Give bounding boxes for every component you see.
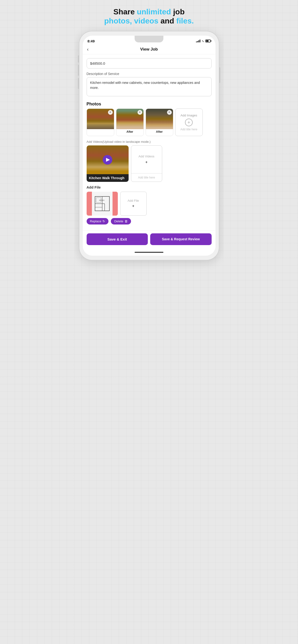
photos-scroll: ✕ After ✕ After ✕ Add Images + Add title… [83, 108, 215, 139]
photo-caption-2: After [116, 129, 143, 134]
add-image-button[interactable]: Add Images + Add title here [175, 108, 203, 136]
status-time: 8:49 [88, 39, 95, 43]
side-button-volume-up [78, 65, 79, 76]
wifi-icon: ∿ [202, 39, 204, 43]
headline: Share unlimited job photos, videos and f… [104, 7, 194, 26]
headline-text: Share unlimited job photos, videos and f… [104, 8, 194, 25]
phone-notch [135, 36, 163, 42]
delete-icon: 🗑 [124, 220, 128, 223]
photos-section-title: Photos [83, 99, 215, 108]
photo-item: After ✕ [146, 108, 173, 136]
video-thumbnail [87, 146, 129, 174]
save-exit-button[interactable]: Save & Exit [87, 233, 148, 245]
add-videos-label: Add Videos [138, 154, 154, 158]
delete-button[interactable]: Delete 🗑 [111, 218, 131, 224]
add-videos-subtitle: Add title here [131, 174, 162, 182]
bottom-buttons: Save & Exit Save & Request Review [83, 230, 215, 250]
files-row: kitchen Add File + [87, 192, 212, 216]
add-images-plus-icon: + [185, 118, 193, 126]
add-images-subtitle: Add title here [179, 128, 199, 131]
description-label: Description of Service [87, 72, 212, 76]
add-file-button[interactable]: Add File + [120, 192, 146, 216]
add-video-top: Add Videos + [131, 146, 162, 174]
add-file-label: Add File [128, 199, 139, 202]
price-field[interactable]: $48500.0 [87, 58, 212, 68]
file-section: Add File kitchen [83, 185, 215, 230]
side-button-mute [78, 55, 79, 62]
delete-label: Delete [114, 220, 123, 223]
file-section-label: Add File [87, 185, 212, 189]
video-item: Kitchen Walk Through [87, 146, 129, 182]
videos-row: Kitchen Walk Through Add Videos + Add ti… [83, 146, 215, 185]
add-images-label: Add Images [181, 114, 197, 117]
signal-icon [196, 40, 200, 42]
photo-caption-3: After [146, 129, 173, 134]
phone-frame: 8:49 ∿ ‹ View Job $48500.0 Desc [79, 32, 219, 260]
add-video-plus-icon: + [145, 160, 147, 164]
add-file-plus-icon: + [132, 204, 134, 208]
home-indicator [83, 250, 215, 256]
video-caption: Kitchen Walk Through [87, 174, 129, 182]
photo-item: ✕ [87, 108, 114, 136]
save-review-button[interactable]: Save & Request Review [150, 233, 212, 245]
play-icon [106, 158, 110, 162]
back-button[interactable]: ‹ [87, 46, 89, 52]
file-thumbnail: kitchen [87, 192, 118, 216]
replace-icon: ↻ [102, 220, 105, 223]
photo-item: After ✕ [116, 108, 144, 136]
battery-icon [205, 40, 211, 42]
file-actions: Replace ↻ Delete 🗑 [87, 218, 212, 227]
replace-button[interactable]: Replace ↻ [87, 218, 109, 224]
videos-sublabel: Add Videos(Upload video in landscape mod… [83, 139, 215, 146]
nav-bar: ‹ View Job [83, 44, 215, 54]
form-content: $48500.0 Description of Service Kitchen … [83, 54, 215, 96]
remove-photo-2-button[interactable]: ✕ [137, 110, 142, 115]
play-button[interactable] [103, 155, 112, 164]
side-button-power [219, 67, 220, 83]
page-title: View Job [140, 47, 158, 52]
home-bar [135, 252, 163, 253]
phone-screen: 8:49 ∿ ‹ View Job $48500.0 Desc [83, 36, 215, 256]
status-icons: ∿ [196, 39, 211, 43]
floorplan-icon: kitchen [93, 194, 112, 213]
side-button-volume-down [78, 78, 79, 89]
description-text[interactable]: Kitchen remodel with new cabinets, new c… [87, 77, 212, 96]
replace-label: Replace [90, 220, 101, 223]
remove-photo-1-button[interactable]: ✕ [108, 110, 113, 115]
add-video-button[interactable]: Add Videos + Add title here [131, 146, 162, 182]
remove-photo-3-button[interactable]: ✕ [167, 110, 172, 115]
svg-text:kitchen: kitchen [99, 199, 104, 201]
